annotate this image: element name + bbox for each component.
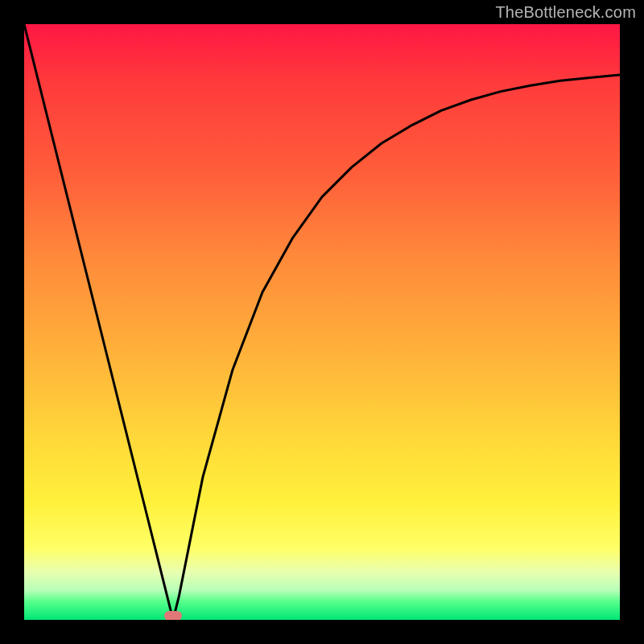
bottleneck-curve [24, 24, 620, 620]
chart-frame: TheBottleneck.com [0, 0, 644, 644]
watermark-text: TheBottleneck.com [495, 3, 636, 22]
optimum-marker [164, 611, 182, 620]
plot-area [24, 24, 620, 620]
